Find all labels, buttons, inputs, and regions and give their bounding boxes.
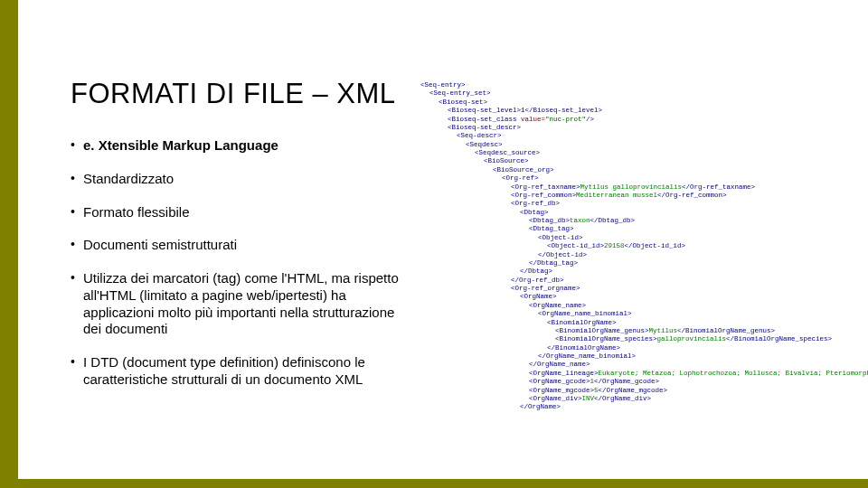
bullet-dot: • bbox=[71, 204, 83, 221]
xml-line: </OrgName_name_binomial> bbox=[420, 352, 854, 361]
bullet-list: •e. Xtensible Markup Language •Standardi… bbox=[71, 137, 410, 405]
bullet-text: e. Xtensible Markup Language bbox=[83, 137, 410, 155]
bullet-item: •I DTD (document type definition) defini… bbox=[71, 354, 410, 389]
bottom-accent-bar bbox=[0, 479, 868, 488]
bullet-item: •Standardizzato bbox=[71, 171, 410, 188]
xml-line: </Object-id> bbox=[420, 251, 854, 259]
xml-line: </Org-ref_db> bbox=[420, 277, 854, 285]
xml-line: <OrgName> bbox=[420, 293, 854, 301]
bullet-text: I DTD (document type definition) definis… bbox=[83, 354, 410, 389]
bullet-dot: • bbox=[71, 237, 83, 254]
xml-line: <Seq-descr> bbox=[420, 132, 854, 140]
left-accent-bar bbox=[0, 0, 18, 488]
slide: FORMATI DI FILE – XML •e. Xtensible Mark… bbox=[0, 0, 868, 488]
bullet-text: Standardizzato bbox=[83, 171, 410, 188]
xml-line: <Org-ref_orgname> bbox=[420, 285, 854, 293]
xml-line: </OrgName> bbox=[420, 403, 854, 411]
bullet-dot: • bbox=[71, 171, 83, 188]
bullet-item: •Utilizza dei marcatori (tag) come l'HTM… bbox=[71, 270, 410, 338]
xml-line: <Dbtag_db>taxon</Dbtag_db> bbox=[420, 217, 854, 225]
xml-line: <OrgName_lineage>Eukaryote; Metazoa; Lop… bbox=[420, 370, 854, 378]
bullet-item: •e. Xtensible Markup Language bbox=[71, 137, 410, 155]
xml-line: </BinomialOrgName> bbox=[420, 344, 854, 352]
bullet-item: •Documenti semistrutturati bbox=[71, 237, 410, 254]
xml-line: </OrgName_name> bbox=[420, 361, 854, 369]
xml-line: <Seq-entry> bbox=[420, 81, 854, 89]
xml-line: <OrgName_gcode>1</OrgName_gcode> bbox=[420, 378, 854, 386]
xml-line: <Seqdesc> bbox=[420, 141, 854, 149]
xml-line: <OrgName_mgcode>5</OrgName_mgcode> bbox=[420, 387, 854, 395]
xml-line: <Org-ref_db> bbox=[420, 200, 854, 208]
xml-line: <Bioseq-set_level>1</Bioseq-set_level> bbox=[420, 107, 854, 115]
xml-line: <BinomialOrgName_species>galloprovincial… bbox=[420, 335, 854, 343]
xml-line: <Object-id> bbox=[420, 234, 854, 242]
bullet-dot: • bbox=[71, 270, 83, 338]
bullet-item: •Formato flessibile bbox=[71, 204, 410, 221]
xml-code-block: <Seq-entry><Seq-entry_set><Bioseq-set><B… bbox=[420, 81, 854, 412]
xml-line: <Bioseq-set_descr> bbox=[420, 124, 854, 132]
xml-line: <BioSource> bbox=[420, 157, 854, 165]
bullet-text: Formato flessibile bbox=[83, 204, 410, 221]
xml-line: <Org-ref_common>Mediterranean mussel</Or… bbox=[420, 192, 854, 200]
xml-line: <OrgName_div>INV</OrgName_div> bbox=[420, 395, 854, 403]
xml-line: <Org-ref_taxname>Mytilus galloprovincial… bbox=[420, 183, 854, 192]
slide-title: FORMATI DI FILE – XML bbox=[71, 78, 396, 110]
bullet-dot: • bbox=[71, 354, 83, 389]
xml-line: <Seqdesc_source> bbox=[420, 149, 854, 157]
xml-line: <Dbtag> bbox=[420, 209, 854, 217]
xml-line: <Object-id_id>29158</Object-id_id> bbox=[420, 242, 854, 250]
bullet-dot: • bbox=[71, 137, 83, 155]
xml-line: </Dbtag_tag> bbox=[420, 259, 854, 267]
xml-line: </Dbtag> bbox=[420, 267, 854, 276]
xml-line: <Dbtag_tag> bbox=[420, 225, 854, 233]
bullet-text: Utilizza dei marcatori (tag) come l'HTML… bbox=[83, 270, 410, 338]
xml-line: <Seq-entry_set> bbox=[420, 89, 854, 98]
xml-line: <BinomialOrgName_genus>Mytilus</Binomial… bbox=[420, 327, 854, 335]
xml-line: <Bioseq-set> bbox=[420, 99, 854, 107]
xml-line: <Bioseq-set_class value="nuc-prot"/> bbox=[420, 116, 854, 124]
bullet-text: Documenti semistrutturati bbox=[83, 237, 410, 254]
xml-line: <Org-ref> bbox=[420, 174, 854, 183]
xml-line: <BinomialOrgName> bbox=[420, 319, 854, 327]
xml-line: <OrgName_name> bbox=[420, 302, 854, 310]
xml-line: <BioSource_org> bbox=[420, 166, 854, 174]
xml-line: <OrgName_name_binomial> bbox=[420, 310, 854, 318]
